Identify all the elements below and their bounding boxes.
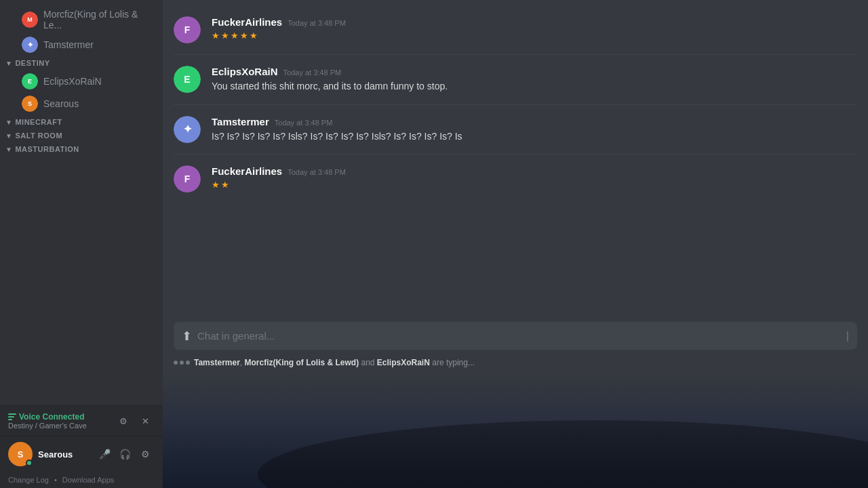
divider bbox=[174, 54, 857, 55]
upload-icon[interactable]: ⬆ bbox=[182, 329, 192, 344]
message-body: FuckerAirlines Today at 3:48 PM ★ ★ bbox=[212, 165, 857, 192]
sidebar-item-searous[interactable]: S Searous bbox=[5, 93, 157, 115]
message-timestamp: Today at 3:48 PM bbox=[283, 68, 342, 77]
message-author: FuckerAirlines bbox=[212, 165, 282, 177]
typing-dot-2 bbox=[180, 361, 184, 365]
category-destiny[interactable]: ▼ Destiny bbox=[0, 56, 163, 70]
discord-icon: ✦ bbox=[177, 119, 197, 140]
deafen-button[interactable]: 🎧 bbox=[115, 445, 134, 464]
avatar: F bbox=[174, 16, 201, 43]
signal-bars-icon bbox=[8, 413, 16, 420]
typing-text: Tamstermer, Morcfiz(King of Lolis & Lewd… bbox=[194, 358, 475, 367]
message-author: EclipsXoRaiN bbox=[212, 66, 278, 77]
message-header: FuckerAirlines Today at 3:48 PM bbox=[212, 16, 857, 28]
category-minecraft[interactable]: ▼ Minecraft bbox=[0, 115, 163, 129]
voice-icons: ⚙ ✕ bbox=[114, 411, 155, 430]
voice-location: Destiny / Gamer's Cave bbox=[8, 422, 87, 430]
user-panel: S Searous 🎤 🎧 ⚙ bbox=[0, 436, 163, 472]
user-controls: 🎤 🎧 ⚙ bbox=[95, 445, 155, 464]
table-row: ✦ Tamstermer Today at 3:48 PM Is? Is? Is… bbox=[174, 110, 857, 149]
message-header: EclipsXoRaiN Today at 3:48 PM bbox=[212, 66, 857, 77]
chevron-salt-room: ▼ bbox=[5, 132, 12, 140]
user-avatar: S bbox=[8, 442, 33, 466]
typing-user-2: Morcfiz(King of Lolis & Lewd) bbox=[244, 358, 359, 367]
download-apps-link[interactable]: Download Apps bbox=[62, 476, 114, 484]
typing-dot-1 bbox=[174, 361, 178, 365]
message-content: Is? Is? Is? Is? Is? Isls? Is? Is? Is? Is… bbox=[212, 130, 857, 144]
mute-button[interactable]: 🎤 bbox=[95, 445, 114, 464]
star-row: ★ ★ ★ ★ ★ bbox=[212, 30, 857, 41]
changelog-link[interactable]: Change Log bbox=[8, 476, 49, 484]
message-header: FuckerAirlines Today at 3:48 PM bbox=[212, 165, 857, 177]
voice-disconnect-button[interactable]: ✕ bbox=[136, 411, 155, 430]
footer-links: Change Log • Download Apps bbox=[0, 472, 163, 488]
message-author: FuckerAirlines bbox=[212, 16, 282, 28]
star-row: ★ ★ bbox=[212, 180, 857, 190]
channel-list: M Morcfiz(King of Lolis & Le... ✦ Tamste… bbox=[0, 0, 163, 405]
typing-user-1: Tamstermer bbox=[194, 358, 240, 367]
table-row: F FuckerAirlines Today at 3:48 PM ★ ★ ★ … bbox=[174, 11, 857, 49]
voice-connected-label: Voice Connected bbox=[8, 412, 87, 422]
typing-dots bbox=[174, 361, 190, 365]
chat-input-area: ⬆ | bbox=[163, 317, 868, 355]
voice-connected-bar: Voice Connected Destiny / Gamer's Cave ⚙… bbox=[0, 405, 163, 436]
chevron-destiny: ▼ bbox=[5, 60, 12, 67]
typing-indicator: Tamstermer, Morcfiz(King of Lolis & Lewd… bbox=[163, 355, 868, 373]
sidebar-item-tamstermer[interactable]: ✦ Tamstermer bbox=[5, 34, 157, 56]
message-content: You started this shit morc, and its to d… bbox=[212, 80, 857, 94]
category-salt-room[interactable]: ▼ salt room bbox=[0, 129, 163, 142]
category-masturbation[interactable]: ▼ Masturbation bbox=[0, 142, 163, 156]
message-timestamp: Today at 3:48 PM bbox=[288, 19, 346, 27]
main-content: F FuckerAirlines Today at 3:48 PM ★ ★ ★ … bbox=[163, 0, 868, 488]
sidebar: M Morcfiz(King of Lolis & Le... ✦ Tamste… bbox=[0, 0, 163, 488]
message-body: FuckerAirlines Today at 3:48 PM ★ ★ ★ ★ … bbox=[212, 16, 857, 43]
voice-info: Voice Connected Destiny / Gamer's Cave bbox=[8, 412, 87, 430]
typing-dot-3 bbox=[186, 361, 190, 365]
sidebar-item-morcfiz[interactable]: M Morcfiz(King of Lolis & Le... bbox=[5, 6, 157, 33]
message-header: Tamstermer Today at 3:48 PM bbox=[212, 116, 857, 127]
user-name: Searous bbox=[38, 449, 90, 460]
message-body: Tamstermer Today at 3:48 PM Is? Is? Is? … bbox=[212, 116, 857, 144]
message-timestamp: Today at 3:48 PM bbox=[275, 119, 333, 127]
table-row: F FuckerAirlines Today at 3:48 PM ★ ★ bbox=[174, 160, 857, 198]
discord-logo: ✦ bbox=[22, 37, 38, 53]
sidebar-item-eclipsxorain[interactable]: E EclipsXoRaiN bbox=[5, 70, 157, 92]
chevron-masturbation: ▼ bbox=[5, 146, 12, 153]
avatar: ✦ bbox=[174, 116, 201, 143]
typing-user-3: EclipsXoRaiN bbox=[377, 358, 430, 367]
status-dot bbox=[26, 460, 33, 466]
footer-separator: • bbox=[54, 476, 57, 484]
voice-settings-button[interactable]: ⚙ bbox=[114, 411, 133, 430]
message-author: Tamstermer bbox=[212, 116, 269, 127]
message-timestamp: Today at 3:48 PM bbox=[288, 168, 346, 176]
avatar: E bbox=[174, 66, 201, 93]
chat-input[interactable] bbox=[197, 325, 841, 347]
divider bbox=[174, 154, 857, 155]
cursor-icon: | bbox=[846, 330, 849, 342]
message-body: EclipsXoRaiN Today at 3:48 PM You starte… bbox=[212, 66, 857, 94]
chat-input-wrapper: ⬆ | bbox=[174, 322, 857, 350]
background-overlay bbox=[163, 373, 868, 488]
divider bbox=[174, 104, 857, 105]
chevron-minecraft: ▼ bbox=[5, 119, 12, 126]
avatar: F bbox=[174, 165, 201, 192]
messages-area[interactable]: F FuckerAirlines Today at 3:48 PM ★ ★ ★ … bbox=[163, 0, 868, 317]
table-row: E EclipsXoRaiN Today at 3:48 PM You star… bbox=[174, 60, 857, 99]
user-settings-button[interactable]: ⚙ bbox=[136, 445, 155, 464]
